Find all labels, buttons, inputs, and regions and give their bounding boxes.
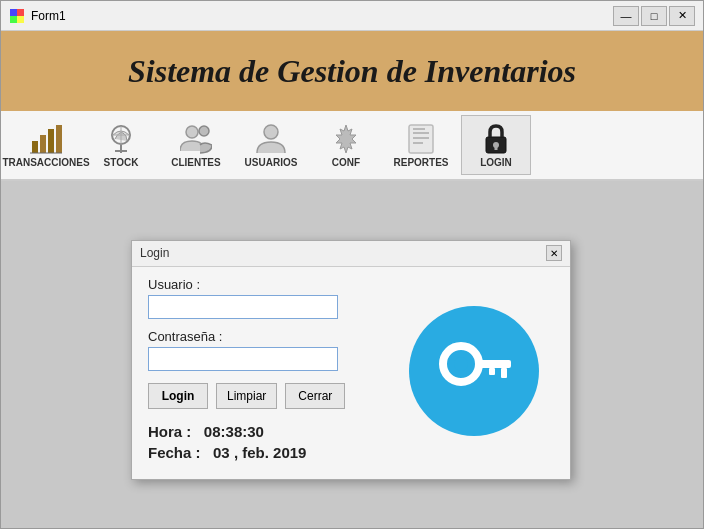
usuario-input[interactable]	[148, 295, 338, 319]
usuario-group: Usuario :	[148, 277, 384, 319]
svg-rect-0	[10, 9, 17, 16]
login-button[interactable]: Login	[148, 383, 208, 409]
modal-body: Usuario : Contraseña : Login Limpiar Cer…	[132, 267, 570, 475]
limpiar-button[interactable]: Limpiar	[216, 383, 277, 409]
svg-rect-28	[475, 360, 511, 368]
contrasena-group: Contraseña :	[148, 329, 384, 371]
stock-label: STOCK	[104, 157, 139, 168]
toolbar-item-login[interactable]: LOGIN	[461, 115, 531, 175]
modal-close-button[interactable]: ✕	[546, 245, 562, 261]
clientes-icon	[180, 123, 212, 155]
title-bar-left: Form1	[9, 8, 66, 24]
svg-rect-30	[489, 368, 495, 375]
hora-line: Hora : 08:38:30	[148, 423, 384, 440]
fecha-line: Fecha : 03 , feb. 2019	[148, 444, 384, 461]
contrasena-label: Contraseña :	[148, 329, 384, 344]
svg-point-14	[186, 126, 198, 138]
conf-label: CONF	[332, 157, 360, 168]
clientes-label: CLIENTES	[171, 157, 220, 168]
svg-rect-25	[495, 145, 498, 150]
modal-key-area	[394, 277, 554, 465]
app-title: Sistema de Gestion de Inventarios	[128, 53, 576, 90]
login-label: LOGIN	[480, 157, 512, 168]
fecha-value: 03 , feb. 2019	[213, 444, 306, 461]
button-row: Login Limpiar Cerrar	[148, 383, 384, 409]
time-section: Hora : 08:38:30 Fecha : 03 , feb. 2019	[148, 423, 384, 461]
svg-rect-3	[17, 16, 24, 23]
usuario-label: Usuario :	[148, 277, 384, 292]
toolbar-item-reportes[interactable]: REPORTES	[386, 115, 456, 175]
toolbar-item-conf[interactable]: CONF	[311, 115, 381, 175]
svg-rect-5	[40, 135, 46, 153]
toolbar-item-transacciones[interactable]: TRANSACCIONES	[11, 115, 81, 175]
toolbar-item-clientes[interactable]: CLIENTES	[161, 115, 231, 175]
stock-icon	[105, 123, 137, 155]
modal-form: Usuario : Contraseña : Login Limpiar Cer…	[148, 277, 384, 465]
title-bar-controls: — □ ✕	[613, 6, 695, 26]
header-banner: Sistema de Gestion de Inventarios	[1, 31, 703, 111]
minimize-button[interactable]: —	[613, 6, 639, 26]
svg-point-15	[199, 126, 209, 136]
toolbar: TRANSACCIONES STOCK CLIENTES	[1, 111, 703, 181]
app-icon	[9, 8, 25, 24]
contrasena-input[interactable]	[148, 347, 338, 371]
modal-overlay: Login ✕ Usuario : Contraseña :	[1, 181, 703, 528]
svg-rect-29	[501, 368, 507, 378]
login-icon	[480, 123, 512, 155]
toolbar-item-stock[interactable]: STOCK	[86, 115, 156, 175]
svg-rect-4	[32, 141, 38, 153]
key-svg	[429, 326, 519, 416]
svg-point-16	[264, 125, 278, 139]
maximize-button[interactable]: □	[641, 6, 667, 26]
svg-rect-6	[48, 129, 54, 153]
main-window: Form1 — □ ✕ Sistema de Gestion de Invent…	[0, 0, 704, 529]
usuarios-label: USUARIOS	[245, 157, 298, 168]
modal-title: Login	[140, 246, 169, 260]
reportes-icon	[405, 123, 437, 155]
modal-titlebar: Login ✕	[132, 241, 570, 267]
svg-rect-2	[10, 16, 17, 23]
key-circle	[409, 306, 539, 436]
title-bar: Form1 — □ ✕	[1, 1, 703, 31]
hora-label: Hora :	[148, 423, 191, 440]
close-button[interactable]: ✕	[669, 6, 695, 26]
transacciones-label: TRANSACCIONES	[2, 157, 89, 168]
svg-rect-1	[17, 9, 24, 16]
transacciones-icon	[30, 123, 62, 155]
fecha-label: Fecha :	[148, 444, 201, 461]
usuarios-icon	[255, 123, 287, 155]
hora-value: 08:38:30	[204, 423, 264, 440]
reportes-label: REPORTES	[393, 157, 448, 168]
svg-rect-7	[56, 125, 62, 153]
conf-icon	[330, 123, 362, 155]
main-content: Login ✕ Usuario : Contraseña :	[1, 181, 703, 528]
window-title: Form1	[31, 9, 66, 23]
svg-point-27	[454, 357, 468, 371]
login-modal: Login ✕ Usuario : Contraseña :	[131, 240, 571, 480]
toolbar-item-usuarios[interactable]: USUARIOS	[236, 115, 306, 175]
cerrar-button[interactable]: Cerrar	[285, 383, 345, 409]
